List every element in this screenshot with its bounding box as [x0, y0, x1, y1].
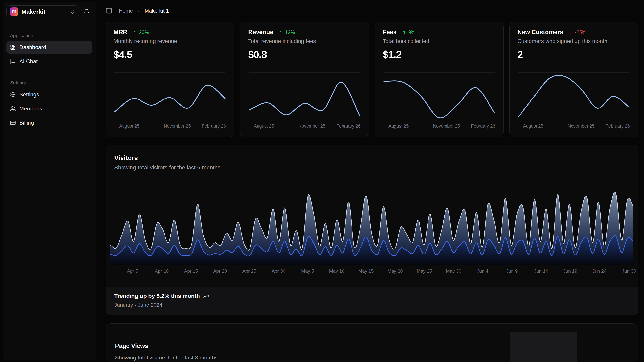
x-axis-label: November 25 [433, 124, 460, 129]
trend-badge: -25% [568, 30, 586, 35]
page-views-subtitle: Showing total visitors for the last 3 mo… [115, 354, 510, 361]
trend-badge: 9% [402, 30, 416, 35]
trend-text: Trending up by 5.2% this month [114, 293, 200, 299]
notifications-button[interactable] [81, 6, 92, 18]
x-axis-label: August 25 [388, 124, 409, 129]
x-axis-label: November 25 [298, 124, 325, 129]
badge-value: -25% [575, 30, 586, 35]
x-axis-label: Apr 20 [213, 268, 227, 274]
x-axis-label: Jun 4 [477, 268, 488, 274]
sparkline-chart [383, 72, 496, 120]
credit-card-icon [10, 120, 16, 126]
mobile-stat-button[interactable]: Mobile 25,010 [577, 331, 638, 362]
sidebar-section-application: Application [10, 33, 89, 38]
x-axis-label: August 25 [523, 124, 544, 129]
divider [383, 67, 496, 67]
x-axis-label: February 26 [202, 124, 226, 129]
x-axis-labels: August 25 November 25 February 26 [114, 124, 226, 130]
arrow-up-icon [402, 30, 407, 35]
bell-icon [84, 9, 90, 15]
stat-title: New Customers [518, 29, 563, 36]
x-axis-label: February 26 [606, 124, 630, 129]
stat-value: 2 [518, 49, 630, 60]
sidebar-nav-settings: Settings Members Billing [6, 88, 92, 129]
x-axis-label: Jun 24 [592, 268, 606, 274]
sidebar-item-label: Members [19, 106, 42, 112]
sparkline-chart [114, 72, 226, 120]
x-axis-label: November 25 [164, 124, 191, 129]
stat-cards-row: MRR 20% Monthly recurring revenue $4.5 A… [106, 22, 638, 137]
sidebar-item-label: AI Chat [19, 58, 38, 65]
x-axis-label: Apr 30 [272, 268, 286, 274]
stat-value: $0.8 [248, 49, 361, 60]
x-axis-label: May 15 [358, 268, 374, 274]
stat-value: $4.5 [114, 49, 226, 60]
chevrons-up-down-icon [70, 9, 76, 15]
x-axis-label: Apr 10 [155, 268, 168, 274]
makerkit-logo: m [10, 8, 18, 16]
sparkline-chart [248, 72, 361, 120]
stat-title: Revenue [248, 29, 273, 36]
gear-icon [10, 92, 16, 98]
arrow-up-icon [133, 30, 138, 35]
stat-subtitle: Customers who signed up this month [518, 38, 630, 44]
stat-card-new-customers: New Customers -25% Customers who signed … [510, 22, 638, 137]
workspace-selector[interactable]: m Makerkit [6, 6, 79, 18]
x-axis-label: February 26 [471, 124, 495, 129]
sparkline-chart [518, 72, 630, 120]
breadcrumb-current: Makerkit 1 [144, 8, 169, 14]
sidebar-item-ai-chat[interactable]: AI Chat [6, 55, 92, 68]
users-icon [10, 106, 16, 112]
date-range-text: January - June 2024 [114, 302, 629, 308]
x-axis-label: Apr 5 [127, 268, 138, 274]
x-axis-label: May 30 [446, 268, 461, 274]
x-axis-label: Apr 15 [184, 268, 198, 274]
badge-value: 20% [139, 30, 149, 35]
desktop-stat-button[interactable]: Desktop 24,828 [510, 331, 577, 362]
visitors-x-axis: Apr 5Apr 10Apr 15Apr 20Apr 25Apr 30May 5… [109, 268, 634, 275]
breadcrumb: Home Makerkit 1 [106, 0, 638, 16]
sidebar-item-members[interactable]: Members [6, 102, 92, 115]
stat-title: Fees [383, 29, 397, 36]
x-axis-label: May 5 [301, 268, 314, 274]
panel-left-icon [106, 8, 112, 14]
visitors-title: Visitors [114, 154, 629, 162]
x-axis-labels: August 25 November 25 February 26 [248, 124, 361, 130]
divider [518, 67, 630, 67]
arrow-down-icon [568, 30, 573, 35]
stat-card-revenue: Revenue 12% Total revenue including fees… [240, 22, 369, 137]
sidebar-item-label: Dashboard [19, 44, 46, 51]
sidebar-item-dashboard[interactable]: Dashboard [6, 41, 92, 54]
arrow-up-icon [279, 30, 284, 35]
stat-card-fees: Fees 9% Total fees collected $1.2 August… [375, 22, 504, 137]
stat-value: $1.2 [383, 49, 496, 60]
sidebar-item-settings[interactable]: Settings [6, 88, 92, 101]
page-views-title: Page Views [115, 342, 510, 349]
sidebar: m Makerkit Application Dashboard AI Chat [3, 2, 96, 360]
sidebar-item-label: Billing [19, 120, 34, 126]
message-square-icon [10, 59, 16, 64]
stat-subtitle: Total fees collected [383, 38, 496, 44]
stat-title: MRR [114, 29, 128, 36]
x-axis-label: May 25 [416, 268, 432, 274]
x-axis-label: August 25 [254, 124, 274, 129]
trend-badge: 12% [279, 30, 295, 35]
x-axis-labels: August 25 November 25 February 26 [518, 124, 630, 130]
layout-dashboard-icon [10, 44, 16, 50]
x-axis-label: May 20 [388, 268, 403, 274]
sidebar-item-billing[interactable]: Billing [6, 117, 92, 129]
sidebar-item-label: Settings [19, 92, 39, 98]
badge-value: 12% [285, 30, 295, 35]
breadcrumb-home-link[interactable]: Home [119, 8, 133, 14]
visitors-subtitle: Showing total visitors for the last 6 mo… [114, 164, 629, 171]
visitors-area-chart [109, 176, 634, 265]
chevron-right-icon [136, 9, 141, 13]
x-axis-label: Jun 14 [534, 268, 548, 274]
badge-value: 9% [408, 30, 416, 35]
sidebar-toggle-button[interactable] [106, 8, 112, 14]
divider [248, 67, 361, 67]
x-axis-labels: August 25 November 25 February 26 [383, 124, 496, 130]
visitors-card: Visitors Showing total visitors for the … [106, 145, 638, 315]
x-axis-label: February 26 [336, 124, 361, 129]
stat-subtitle: Monthly recurring revenue [114, 38, 226, 44]
